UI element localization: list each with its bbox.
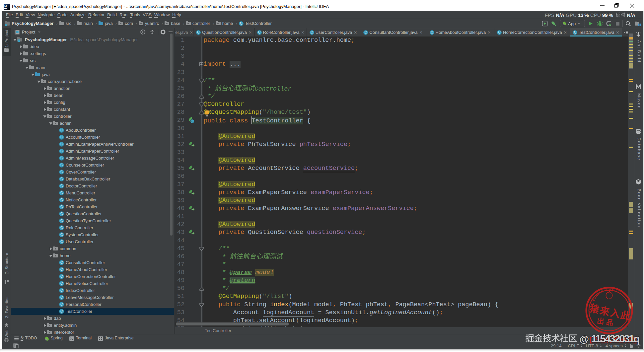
svg-text:c: c — [191, 120, 193, 123]
